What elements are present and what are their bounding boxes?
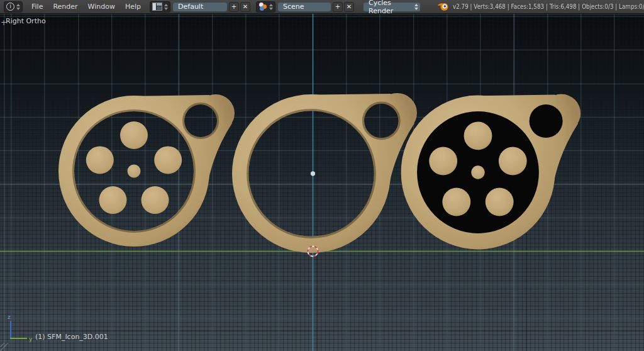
layout-name-field[interactable]: Default [172,2,228,12]
render-engine-select[interactable]: Cycles Render [363,2,421,12]
close-layout-button[interactable]: ✕ [240,2,250,12]
stepper-arrows-icon [269,4,273,10]
axis-gizmo: z y [8,314,33,342]
sfm-reel-right[interactable] [401,94,581,250]
add-layout-button[interactable]: + [229,2,239,12]
blender-window: i File Render Window Help Default + ✕ Sc… [0,0,644,351]
reel-ring [58,94,235,247]
menu-window[interactable]: Window [83,3,120,11]
gizmo-z-label: z [8,314,11,320]
viewport-scene: z y [0,14,644,351]
screen-layout-icon [152,3,162,11]
stats-text: v2.79 | Verts:3,468 | Faces:1,583 | Tris… [453,3,644,10]
editor-type-selector[interactable]: i [4,1,23,13]
gizmo-y-label: y [29,336,33,342]
3d-viewport[interactable]: z y Right Ortho (1) SFM_Icon_3D.001 + [0,14,644,351]
sfm-reel-left[interactable] [58,94,235,247]
view-name-label: Right Ortho [6,17,46,25]
object-origin-dot [311,172,315,176]
scene-icon [258,3,267,11]
layout-name-value: Default [178,3,203,11]
info-icon: i [6,3,14,11]
sfm-reel-middle[interactable] [232,93,417,253]
toolbar-expand-icon[interactable]: + [1,20,7,26]
stepper-arrows-icon [16,4,20,10]
menu-render[interactable]: Render [48,3,82,11]
render-engine-value: Cycles Render [369,0,411,15]
dropdown-arrows-icon [414,4,418,10]
reel-ring [401,94,581,250]
info-header: i File Render Window Help Default + ✕ Sc… [0,0,644,14]
menu-help[interactable]: Help [120,3,146,11]
scene-name-value: Scene [283,3,304,11]
blender-logo [437,2,449,11]
screen-layout-selector[interactable] [150,1,170,13]
close-scene-button[interactable]: ✕ [344,2,354,12]
scene-selector[interactable] [256,1,275,13]
add-scene-button[interactable]: + [333,2,343,12]
menu-file[interactable]: File [26,3,48,11]
reel-ring [232,93,417,253]
active-object-label: (1) SFM_Icon_3D.001 [35,333,108,341]
menubar: File Render Window Help [26,3,146,11]
stepper-arrows-icon [164,4,168,10]
resize-grip-icon[interactable] [0,343,8,351]
scene-name-field[interactable]: Scene [277,2,331,12]
